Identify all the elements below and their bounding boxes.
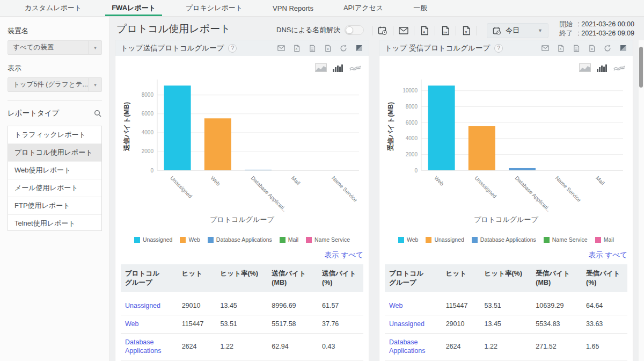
csv-export-icon[interactable]	[572, 44, 581, 53]
legend-item[interactable]: Mail	[280, 236, 298, 243]
device-name-label: 装置名	[8, 26, 102, 36]
legend-item[interactable]: Name Service	[544, 236, 588, 243]
email-icon[interactable]	[398, 25, 409, 37]
bar-chart-icon[interactable]	[596, 63, 608, 72]
report-type-item-telnet-usage[interactable]: Telnet使用レポート	[8, 215, 101, 231]
device-select[interactable]: すべての装置 ▾	[8, 40, 102, 55]
tab-api-access[interactable]: APIアクセス	[328, 0, 398, 16]
tab-custom-report[interactable]: カスタムレポート	[10, 0, 97, 16]
legend-item[interactable]: Unassigned	[426, 236, 464, 243]
legend-item[interactable]: Database Applications	[472, 236, 536, 243]
excel-export-icon[interactable]: x	[588, 44, 596, 53]
email-icon[interactable]	[541, 44, 550, 53]
tab-vpn-reports[interactable]: VPN Reports	[258, 0, 328, 16]
svg-text:csv: csv	[443, 31, 448, 34]
protocol-group-link[interactable]: Database Applications	[389, 338, 425, 355]
scrollbar-thumb[interactable]	[639, 47, 643, 88]
top-tab-bar: カスタムレポート FWAレポート プロキシレポート VPN Reports AP…	[0, 0, 644, 17]
tab-proxy-report[interactable]: プロキシレポート	[171, 0, 258, 16]
report-type-item-mail-usage[interactable]: メール使用レポート	[8, 179, 101, 197]
protocol-group-link[interactable]: Web	[125, 320, 138, 328]
help-icon[interactable]: ?	[494, 44, 503, 53]
calendar-icon	[493, 26, 501, 35]
tab-general[interactable]: 一般	[398, 0, 442, 16]
pdf-export-icon[interactable]: A	[557, 44, 565, 53]
tab-fwa-report[interactable]: FWAレポート	[97, 0, 171, 16]
show-all-link[interactable]: 表示 すべて	[589, 251, 627, 259]
pdf-export-icon[interactable]: A	[419, 25, 430, 37]
report-type-item-traffic[interactable]: トラフィックレポート	[8, 126, 101, 144]
csv-export-icon[interactable]	[308, 44, 317, 53]
page-title: プロトコル使用レポート	[116, 22, 231, 36]
column-header: 受信バイト (MB)	[531, 264, 582, 294]
svg-text:Database Applicati..: Database Applicati..	[514, 175, 552, 213]
legend-swatch	[280, 237, 286, 243]
table-row: Web11544753.515517.5837.76	[121, 315, 363, 333]
svg-text:x: x	[465, 30, 467, 34]
svg-text:Name Service: Name Service	[331, 175, 358, 203]
table-cell: 1.22	[216, 333, 268, 360]
report-type-item-protocol-usage[interactable]: プロトコル使用レポート	[8, 144, 101, 162]
email-icon[interactable]	[277, 44, 286, 53]
legend-swatch	[208, 237, 214, 243]
csv-export-icon[interactable]: csv	[440, 25, 451, 37]
display-select[interactable]: トップ5件 (グラフとテ... ▾	[8, 77, 102, 92]
refresh-icon[interactable]	[603, 44, 612, 53]
chart-legend: WebUnassignedDatabase ApplicationsName S…	[379, 236, 633, 243]
report-type-item-web-usage[interactable]: Web使用レポート	[8, 162, 101, 179]
svg-text:Mail: Mail	[290, 175, 302, 186]
legend-swatch	[544, 237, 550, 243]
table-cell: 2624	[178, 333, 216, 360]
table-cell: 64.64	[582, 294, 627, 315]
date-range-select[interactable]: 今日 ▼	[487, 23, 548, 38]
table-cell: 2624	[442, 333, 480, 360]
search-icon[interactable]	[93, 109, 102, 118]
detach-expand-icon[interactable]	[619, 44, 627, 53]
detach-expand-icon[interactable]	[355, 44, 363, 53]
protocol-group-link[interactable]: Unassigned	[389, 320, 425, 328]
area-chart-icon[interactable]	[315, 63, 327, 72]
svg-text:Unassigned: Unassigned	[169, 175, 193, 199]
date-range-value: 今日	[506, 26, 519, 35]
bar-chart: 0200040006000800010000WebUnassignedDatab…	[379, 75, 633, 214]
dns-resolve-toggle[interactable]	[345, 25, 364, 35]
legend-swatch	[595, 237, 601, 243]
protocol-group-link[interactable]: Database Applications	[125, 338, 161, 355]
report-type-item-ftp-usage[interactable]: FTP使用レポート	[8, 197, 101, 215]
excel-export-icon[interactable]: x	[460, 25, 472, 37]
vertical-scrollbar[interactable]	[639, 40, 644, 361]
legend-item[interactable]: Unassigned	[134, 236, 172, 243]
area-chart-icon[interactable]	[579, 63, 591, 72]
legend-item[interactable]: Mail	[595, 236, 614, 243]
legend-item[interactable]: Web	[398, 236, 418, 243]
refresh-icon[interactable]	[339, 44, 348, 53]
protocol-group-link[interactable]: Unassigned	[125, 302, 160, 309]
report-type-list: トラフィックレポート プロトコル使用レポート Web使用レポート メール使用レポ…	[8, 126, 102, 231]
column-header: ヒット	[442, 264, 480, 294]
svg-text:6000: 6000	[142, 111, 154, 117]
table-cell: 62.94	[267, 333, 318, 360]
protocol-group-link[interactable]: Web	[389, 302, 402, 309]
legend-item[interactable]: Name Service	[306, 236, 350, 243]
table-cell: 13.45	[216, 294, 268, 315]
legend-swatch	[180, 237, 186, 243]
column-header: ヒット率(%)	[216, 264, 268, 294]
excel-export-icon[interactable]: x	[324, 44, 332, 53]
bar-chart-icon[interactable]	[332, 63, 344, 72]
help-icon[interactable]: ?	[228, 44, 237, 53]
table-cell: 37.76	[318, 315, 363, 333]
pdf-export-icon[interactable]: A	[292, 44, 301, 53]
show-all-link[interactable]: 表示 すべて	[325, 251, 363, 259]
table-cell: 5534.83	[531, 315, 582, 333]
table-cell: 115447	[442, 294, 480, 315]
table-row: Database Applications26241.2262.940.43	[121, 333, 363, 360]
line-chart-icon[interactable]	[349, 63, 361, 72]
column-header: プロトコル グループ	[385, 264, 442, 294]
legend-item[interactable]: Web	[180, 236, 200, 243]
schedule-calendar-icon[interactable]	[377, 25, 389, 37]
line-chart-icon[interactable]	[613, 63, 625, 72]
svg-text:Unassigned: Unassigned	[473, 175, 497, 199]
table-cell: 13.45	[480, 315, 532, 333]
show-all-row: 表示 すべて	[379, 250, 633, 260]
legend-item[interactable]: Database Applications	[208, 236, 272, 243]
